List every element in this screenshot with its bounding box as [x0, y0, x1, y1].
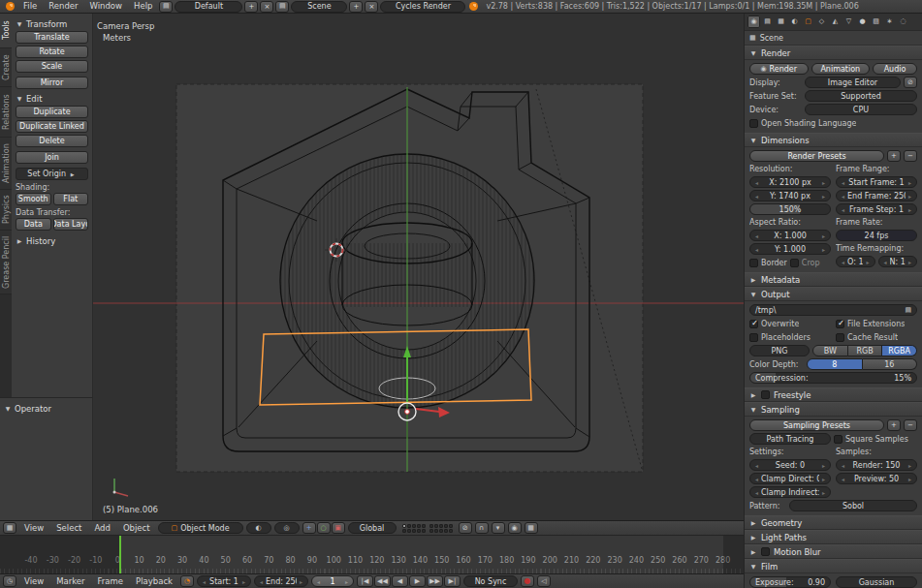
- resolution-percentage-slider[interactable]: 150%: [749, 203, 831, 215]
- menu-frame[interactable]: Frame: [93, 575, 128, 588]
- history-panel-header[interactable]: History: [16, 233, 88, 248]
- viewport-shading-dropdown[interactable]: ◐: [246, 522, 271, 534]
- preview-range-button[interactable]: ◔: [180, 575, 194, 587]
- tab-tools[interactable]: Tools: [0, 14, 12, 48]
- folder-icon[interactable]: ▤: [905, 307, 911, 314]
- preview-samples-field[interactable]: Preview: 50: [836, 473, 917, 484]
- compression-slider[interactable]: Compression:15%: [749, 372, 917, 384]
- geometry-panel-header[interactable]: Geometry: [745, 515, 922, 530]
- menu-object[interactable]: Object: [118, 522, 155, 535]
- set-origin-dropdown[interactable]: Set Origin: [16, 168, 88, 180]
- remap-new-field[interactable]: N: 100: [878, 256, 918, 267]
- scene-selector[interactable]: Scene: [291, 1, 347, 13]
- preset-remove-button[interactable]: −: [904, 150, 917, 162]
- layout-add-button[interactable]: +: [244, 1, 258, 13]
- timeline-ruler[interactable]: -40-30-20-100102030405060708090100110120…: [0, 535, 744, 573]
- render-engine-selector[interactable]: Cycles Render: [380, 1, 465, 13]
- prev-keyframe-button[interactable]: ◀◀: [374, 575, 391, 587]
- osl-checkbox[interactable]: [749, 119, 758, 128]
- render-layers-tab[interactable]: ▤: [761, 15, 774, 28]
- mirror-button[interactable]: Mirror: [16, 77, 88, 89]
- start-frame-field[interactable]: Start Frame: 1: [836, 176, 917, 188]
- snap-element-button[interactable]: ▾: [492, 522, 505, 534]
- duplicate-button[interactable]: Duplicate: [16, 106, 88, 118]
- integrator-dropdown[interactable]: Path Tracing: [749, 433, 831, 445]
- sampling-presets-dropdown[interactable]: Sampling Presets: [749, 419, 884, 431]
- start-frame-field-timeline[interactable]: Start: 1: [197, 575, 251, 587]
- freestyle-panel-header[interactable]: Freestyle: [745, 387, 922, 402]
- resolution-y-field[interactable]: Y: 1740 px: [749, 190, 831, 201]
- mode-dropdown[interactable]: ▢Object Mode: [158, 522, 243, 534]
- placeholders-checkbox[interactable]: [749, 333, 758, 342]
- jump-end-button[interactable]: ▶|: [444, 575, 461, 587]
- scene-browse-button[interactable]: ▤: [275, 1, 289, 13]
- viewport-3d[interactable]: Camera Persp Meters (5) Plane.006: [93, 14, 744, 520]
- motion-blur-panel-header[interactable]: Motion Blur: [745, 544, 922, 559]
- audio-sync-button[interactable]: ◁: [537, 575, 551, 587]
- crop-checkbox[interactable]: [790, 259, 799, 267]
- jump-start-button[interactable]: |◀: [357, 575, 373, 587]
- end-frame-field-timeline[interactable]: End: 250: [254, 575, 308, 587]
- opengl-render-button[interactable]: ◉: [508, 522, 522, 534]
- viewport-canvas[interactable]: [93, 14, 744, 520]
- operator-panel-header[interactable]: Operator: [4, 401, 88, 416]
- screen-browse-button[interactable]: ▤: [159, 1, 173, 13]
- play-reverse-button[interactable]: ◀: [392, 575, 408, 587]
- pivot-dropdown[interactable]: ◎: [274, 522, 300, 534]
- blender-logo-icon[interactable]: [6, 2, 15, 11]
- overwrite-checkbox[interactable]: [749, 320, 758, 328]
- render-samples-field[interactable]: Render: 150: [836, 459, 917, 471]
- menu-select[interactable]: Select: [51, 522, 86, 535]
- opengl-render-anim-button[interactable]: ▦: [525, 522, 538, 534]
- texture-tab[interactable]: ▨: [870, 15, 882, 28]
- menu-help[interactable]: Help: [129, 0, 157, 13]
- frame-rate-dropdown[interactable]: 24 fps: [836, 230, 917, 241]
- layout-close-button[interactable]: ×: [260, 1, 273, 13]
- menu-render[interactable]: Render: [44, 0, 82, 13]
- menu-add[interactable]: Add: [89, 522, 114, 535]
- frame-step-field[interactable]: Frame Step: 1: [836, 203, 917, 215]
- render-presets-dropdown[interactable]: Render Presets: [749, 150, 884, 162]
- transform-panel-header[interactable]: Transform: [16, 16, 88, 31]
- light-paths-panel-header[interactable]: Light Paths: [745, 530, 922, 544]
- menu-file[interactable]: File: [18, 0, 42, 13]
- tab-animation[interactable]: Animation: [0, 138, 12, 190]
- sampling-panel-header[interactable]: Sampling: [745, 402, 922, 417]
- render-still-button[interactable]: ◉Render: [749, 63, 809, 75]
- duplicate-linked-button[interactable]: Duplicate Linked: [16, 120, 88, 133]
- depth-16-button[interactable]: 16: [863, 358, 918, 370]
- tab-physics[interactable]: Physics: [0, 190, 12, 231]
- rotate-button[interactable]: Rotate: [16, 46, 88, 58]
- editor-type-button-timeline[interactable]: ◷: [3, 575, 16, 587]
- resolution-x-field[interactable]: X: 2100 px: [749, 176, 831, 188]
- editor-type-button[interactable]: ▦: [3, 522, 16, 534]
- menu-marker[interactable]: Marker: [51, 575, 89, 588]
- translate-button[interactable]: Translate: [16, 31, 88, 44]
- sync-dropdown[interactable]: No Sync: [463, 575, 518, 587]
- display-dropdown[interactable]: Image Editor: [805, 77, 901, 88]
- filter-type-dropdown[interactable]: Gaussian: [836, 576, 917, 588]
- clamp-indirect-field[interactable]: Clamp Indirect: 0.00: [749, 486, 831, 498]
- feature-set-dropdown[interactable]: Supported: [805, 90, 917, 102]
- square-samples-checkbox[interactable]: [834, 435, 843, 444]
- display-lock-button[interactable]: ⊘: [904, 77, 917, 88]
- particles-tab[interactable]: ∗: [883, 15, 896, 28]
- device-dropdown[interactable]: CPU: [805, 104, 917, 115]
- object-tab[interactable]: ▢: [802, 15, 814, 28]
- manipulator-translate-button[interactable]: +: [302, 522, 316, 534]
- clamp-direct-field[interactable]: Clamp Direct: 0.00: [749, 473, 831, 484]
- physics-tab[interactable]: ◌: [897, 15, 909, 28]
- bw-button[interactable]: BW: [812, 345, 848, 356]
- menu-playback[interactable]: Playback: [131, 575, 177, 588]
- menu-view-timeline[interactable]: View: [19, 575, 48, 588]
- scene-close-button[interactable]: ×: [365, 1, 378, 13]
- freestyle-checkbox[interactable]: [761, 390, 770, 399]
- render-tab[interactable]: ◉: [747, 15, 760, 28]
- snap-button[interactable]: ∩: [475, 522, 489, 534]
- sampling-preset-add-button[interactable]: +: [887, 419, 901, 431]
- modifiers-tab[interactable]: ◭: [829, 15, 842, 28]
- sampling-preset-remove-button[interactable]: −: [904, 419, 917, 431]
- layers-widget[interactable]: [402, 524, 453, 533]
- exposure-slider[interactable]: Exposure:0.90: [749, 576, 831, 588]
- next-keyframe-button[interactable]: ▶▶: [427, 575, 443, 587]
